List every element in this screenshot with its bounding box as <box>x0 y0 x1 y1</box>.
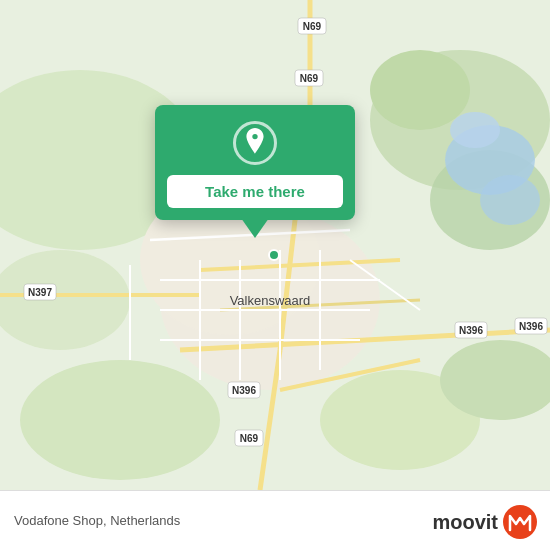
location-icon <box>233 121 277 165</box>
place-info: Vodafone Shop, Netherlands <box>14 513 180 528</box>
svg-text:N396: N396 <box>459 325 483 336</box>
svg-text:N69: N69 <box>300 73 319 84</box>
svg-text:N69: N69 <box>303 21 322 32</box>
svg-point-10 <box>480 175 540 225</box>
svg-text:N396: N396 <box>519 321 543 332</box>
take-me-there-button[interactable]: Take me there <box>167 175 343 208</box>
moovit-brand-text: moovit <box>432 511 498 534</box>
moovit-logo: moovit <box>432 504 538 540</box>
svg-point-49 <box>503 505 537 539</box>
svg-point-6 <box>20 360 220 480</box>
location-popup: Take me there <box>155 105 355 220</box>
svg-text:N69: N69 <box>240 433 259 444</box>
svg-text:Valkenswaard: Valkenswaard <box>230 293 311 308</box>
svg-text:N397: N397 <box>28 287 52 298</box>
svg-point-48 <box>269 250 279 260</box>
moovit-logo-icon <box>502 504 538 540</box>
map-background: N69 N69 N69 N396 N396 N396 N397 Valkensw… <box>0 0 550 490</box>
map-container: N69 N69 N69 N396 N396 N396 N397 Valkensw… <box>0 0 550 490</box>
svg-text:N396: N396 <box>232 385 256 396</box>
bottom-bar: Vodafone Shop, Netherlands moovit <box>0 490 550 550</box>
svg-point-4 <box>370 50 470 130</box>
svg-point-11 <box>450 112 500 148</box>
